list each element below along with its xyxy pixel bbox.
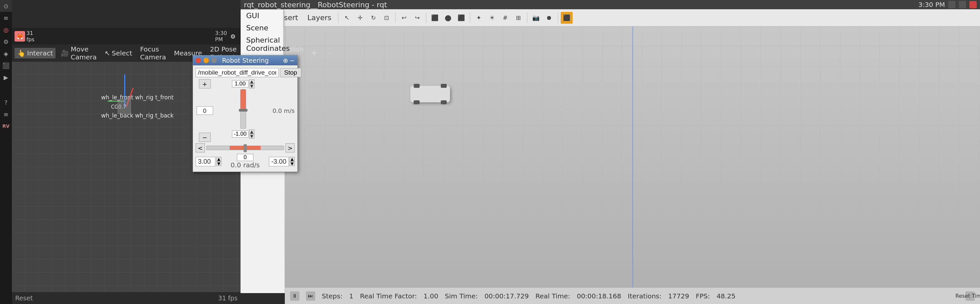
linear-min-input[interactable] [232, 130, 248, 138]
scale-btn[interactable]: ⊡ [381, 12, 393, 24]
dialog-max-btn[interactable] [212, 58, 217, 63]
wireframe-btn[interactable]: ⊞ [512, 12, 524, 24]
dialog-icon-2[interactable]: − [290, 57, 295, 64]
maximize-btn[interactable] [959, 1, 966, 8]
linear-thumb[interactable] [239, 109, 248, 112]
speed-value-label: 0.0 m/s [273, 107, 295, 114]
sidebar-icon-10[interactable]: RV [0, 120, 12, 132]
sidebar-icon-2[interactable]: ≡ [0, 12, 12, 24]
stop-button[interactable]: Stop [280, 68, 301, 77]
angular-track[interactable] [206, 146, 284, 150]
wheel-lf-label: wh_le_front wh_rig t_front [101, 94, 173, 101]
linear-left-val: 0 [197, 106, 213, 115]
sidebar-icon-9[interactable]: ≡ [0, 108, 12, 120]
light-btn[interactable]: ✦ [473, 12, 485, 24]
pause-btn[interactable]: ⏸ [290, 291, 299, 301]
interact-label: Interact [27, 49, 53, 57]
linear-minus-btn[interactable]: − [199, 133, 211, 142]
dialog-icon-1[interactable]: ⊕ [283, 57, 288, 64]
angular-min-val[interactable] [269, 157, 289, 166]
grid-btn[interactable]: # [499, 12, 511, 24]
title-bar-time: 3:30 PM [918, 1, 945, 9]
dialog-close-btn[interactable] [196, 58, 201, 63]
real-time-value: 00:00:18.168 [577, 292, 621, 300]
scene-item[interactable]: Scene [241, 22, 283, 34]
screenshot-btn[interactable]: 📷 [530, 12, 542, 24]
fps-value: 48.25 [717, 292, 735, 300]
angular-min-down[interactable]: ▼ [290, 162, 295, 166]
dots-menu[interactable]: ⋯ [322, 48, 334, 59]
sidebar-icon-7[interactable]: ▶ [0, 71, 12, 83]
angular-thumb[interactable] [243, 144, 247, 152]
translate-btn[interactable]: ✛ [354, 12, 366, 24]
redo-btn[interactable]: ↪ [411, 12, 423, 24]
sidebar-icon-5[interactable]: ◈ [0, 48, 12, 59]
linear-plus-btn[interactable]: + [199, 79, 211, 89]
linear-min-spinners: ▲ ▼ [249, 129, 255, 139]
close-btn[interactable] [969, 1, 977, 8]
linear-max-spinners: ▲ ▼ [249, 79, 255, 89]
select-tool[interactable]: ↖ Select [102, 48, 135, 59]
angular-center-input[interactable] [237, 154, 253, 161]
dialog-title-bar: Robot Steering ⊕ − [193, 55, 298, 65]
gui-item[interactable]: GUI [241, 10, 283, 22]
cylinder-btn[interactable]: ⬛ [455, 12, 467, 24]
move-camera-icon: 🎥 [61, 49, 69, 57]
toolbar-separator-5 [527, 13, 527, 23]
rotate-btn[interactable]: ↻ [368, 12, 379, 24]
layers-menu-item[interactable]: Layers [303, 12, 336, 23]
interact-icon: 👆 [17, 49, 25, 57]
linear-max-up[interactable]: ▲ [249, 79, 255, 84]
speed-label-col: 0.0 m/s [273, 79, 295, 142]
linear-max-down[interactable]: ▼ [249, 84, 255, 89]
toolbar-separator-1 [338, 13, 338, 23]
sidebar-icon-1[interactable]: ⊙ [0, 0, 12, 12]
linear-min-down[interactable]: ▼ [249, 134, 255, 139]
dialog-min-btn[interactable] [204, 58, 209, 63]
orange-active-btn[interactable]: ⬛ [561, 12, 573, 24]
linear-max-input[interactable] [232, 80, 248, 87]
linear-min-up[interactable]: ▲ [249, 129, 255, 134]
minimize-btn[interactable] [948, 1, 956, 8]
step-btn[interactable]: ⏭ [306, 291, 315, 301]
interact-tool[interactable]: 👆 Interact [14, 48, 56, 59]
reset-time-btn[interactable]: Reset Time [966, 291, 975, 301]
wheel-fr [441, 84, 447, 88]
steer-right-btn[interactable]: > [285, 143, 295, 152]
dialog-body: Stop + 0 − ▲ ▼ [193, 65, 298, 172]
viewport-3d[interactable] [285, 26, 980, 293]
wheel-fl [414, 84, 420, 88]
sys-settings[interactable]: ⚙ [228, 31, 238, 41]
spherical-coords-item[interactable]: Spherical Coordinates [241, 34, 283, 54]
steer-left-btn[interactable]: < [196, 143, 205, 152]
move-camera-tool[interactable]: 🎥 Move Camera [58, 44, 99, 62]
bottom-values-row: ▲ ▼ 0.0 rad/s ▲ ▼ [196, 154, 295, 169]
angular-max-val[interactable] [196, 157, 215, 166]
undo-btn[interactable]: ↩ [398, 12, 410, 24]
robot-3d-model [410, 86, 450, 102]
box-btn[interactable]: ⬛ [429, 12, 441, 24]
sun-btn[interactable]: ☀ [486, 12, 498, 24]
sidebar-icon-3[interactable]: ◎ [0, 24, 12, 36]
wheel-br [441, 100, 447, 104]
angular-max-down[interactable]: ▼ [216, 162, 221, 166]
sidebar-icon-6[interactable]: ⬛ [0, 59, 12, 71]
sidebar-icon-8[interactable]: ? [0, 97, 12, 108]
angular-min-up[interactable]: ▲ [290, 157, 295, 162]
real-time-label: Real Time: [536, 292, 570, 300]
select-mode-btn[interactable]: ↖ [341, 12, 353, 24]
topic-input[interactable] [196, 68, 278, 77]
focus-camera-tool[interactable]: Focus Camera [137, 44, 169, 62]
linear-track[interactable] [240, 89, 246, 129]
sphere-btn[interactable]: ⬤ [442, 12, 454, 24]
record-btn[interactable]: ⏺ [543, 12, 555, 24]
sys-icon-firefox[interactable]: 🦊 [14, 31, 25, 41]
angular-max-up[interactable]: ▲ [216, 157, 221, 162]
real-time-factor-label: Real Time Factor: [360, 292, 417, 300]
sys-icon-time: 3:30 PM [216, 31, 226, 41]
linear-slider-track-container: ▲ ▼ ▲ ▼ [215, 79, 271, 142]
dialog-title-left: Robot Steering [196, 57, 269, 64]
sidebar-icon-4[interactable]: ⚙ [0, 36, 12, 48]
robot-body [410, 86, 450, 102]
more-tools[interactable]: ✛ [309, 48, 320, 59]
